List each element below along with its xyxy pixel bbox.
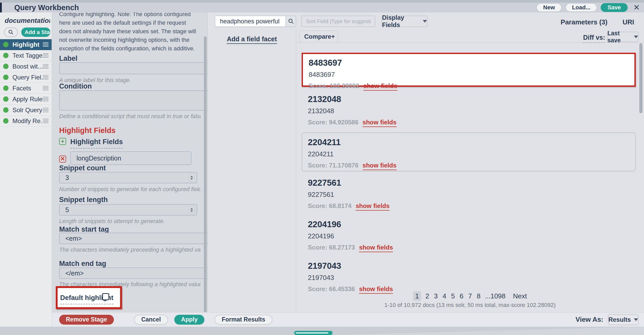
match-start-input[interactable] [59,233,207,244]
condition-heading: Condition [59,82,197,90]
page-number[interactable]: 4 [442,292,447,300]
highlight-fields-add-row: + Highlight Fields [59,138,197,149]
query-workbench-app: Query Workbench New Load... Save ✕ docum… [0,0,644,335]
new-button[interactable]: New [536,3,562,12]
page-number-last[interactable]: ...1098 [485,292,506,300]
diff-vs-label[interactable]: Diff vs: [583,34,605,43]
stage-item-boost[interactable]: Boost wit... [0,61,52,72]
match-start-hint: The characters immediately preceeding a … [59,246,200,253]
stepper-icon[interactable] [189,174,195,182]
view-as-label: View As: [576,316,603,324]
page-number[interactable]: 8 [476,292,481,300]
compare-tab[interactable]: Compare + [299,31,338,43]
page-number[interactable]: 5 [451,292,455,300]
doc-id: 9227561 [308,178,636,188]
page-number[interactable]: 6 [459,292,464,300]
view-as-dropdown[interactable]: Results [608,314,639,325]
drag-handle-icon[interactable] [43,119,49,123]
add-field-facet-link[interactable]: Add a field facet [227,35,277,44]
next-page-link[interactable]: Next [513,292,527,300]
stage-label: Apply Rules [12,96,43,103]
stage-item-solr-query[interactable]: Solr Query [0,105,52,116]
query-links: Parameters (3) URI [561,18,634,26]
label-heading: Label [59,55,197,63]
uri-link[interactable]: URI [622,18,634,26]
show-fields-link[interactable]: show fields [363,162,397,170]
close-icon[interactable]: ✕ [633,4,640,11]
highlight-fields-add-label[interactable]: Highlight Fields [70,138,123,149]
default-highlight-checkbox[interactable] [102,293,109,300]
sort-field-input[interactable] [301,16,375,27]
snippet-length-field [59,204,197,216]
stage-item-highlight[interactable]: Highlight [0,39,52,50]
parameters-link[interactable]: Parameters (3) [561,18,608,26]
apply-button[interactable]: Apply [174,315,204,325]
save-button[interactable]: Save [601,3,627,12]
cancel-button[interactable]: Cancel [134,315,168,325]
stage-label: Highlight [12,41,43,48]
snippet-count-input[interactable] [59,172,197,183]
results-scrollbar-thumb[interactable] [639,43,642,113]
stage-item-text-tagger[interactable]: Text Tagger [0,50,52,61]
stage-item-apply-rules[interactable]: Apply Rules [0,94,52,105]
stage-form-footer: Remove Stage Cancel Apply [52,312,207,327]
drag-handle-icon[interactable] [43,42,49,47]
stage-status-dot [3,64,9,69]
drag-handle-icon[interactable] [43,97,49,101]
video-progress-bar [294,331,333,335]
search-icon [288,18,294,24]
doc-score: Score: 102.28092 [309,82,359,90]
page-number[interactable]: 3 [434,292,438,300]
label-input[interactable] [59,62,207,74]
show-fields-link[interactable]: show fields [359,244,393,252]
page-number-current[interactable]: 1 [413,291,421,301]
stage-item-modify-response[interactable]: Modify Re... [0,116,52,126]
remove-stage-button[interactable]: Remove Stage [59,315,114,325]
condition-hint: Define a conditional script that must re… [59,113,200,120]
drag-handle-icon[interactable] [43,86,49,90]
stage-search-button[interactable] [4,28,18,37]
drag-handle-icon[interactable] [43,53,49,58]
result-doc-highlighted: 8483697 8483697 Score: 102.28092show fie… [302,53,636,87]
show-fields-link[interactable]: show fields [363,119,397,127]
page-number[interactable]: 2 [425,292,430,300]
window-edge-strip [0,3,2,12]
load-button[interactable]: Load... [565,3,597,12]
form-scrollbar-thumb[interactable] [204,36,207,312]
drag-handle-icon[interactable] [43,64,49,69]
show-fields-link[interactable]: show fields [356,202,390,211]
highlight-field-row: ✕ [59,151,197,165]
display-fields-button[interactable]: Display Fields [382,16,427,27]
compare-add-icon[interactable]: + [331,33,335,40]
doc-id: 8483697 [309,58,629,68]
result-doc: 9227561 9227561 Score: 68.8174show field… [302,178,636,211]
stage-label: Facets [12,85,43,92]
search-icon [8,29,14,35]
diff-target-dropdown[interactable]: Last save [607,32,639,42]
stage-status-dot [3,96,9,102]
stage-item-facets[interactable]: Facets [0,83,52,94]
match-end-input[interactable] [59,267,207,279]
page-number[interactable]: 7 [468,292,473,300]
stage-item-query-fields[interactable]: Query Fiel... [0,72,52,83]
condition-textarea[interactable] [59,90,207,111]
search-button[interactable] [286,16,296,27]
show-fields-link[interactable]: show fields [363,82,397,91]
result-doc: 2132048 2132048 Score: 94.920586show fie… [302,94,636,127]
drag-handle-icon[interactable] [43,108,49,112]
view-mode-value: Results [608,316,631,323]
add-field-icon[interactable]: + [59,138,66,145]
format-results-button[interactable]: Format Results [214,315,272,325]
query-input[interactable] [215,16,286,27]
stage-label: Boost wit... [12,63,43,70]
highlight-field-input[interactable] [70,151,191,165]
results-footer: Format Results View As: Results [207,312,644,327]
stage-status-dot [3,42,9,47]
snippet-length-input[interactable] [59,204,197,216]
add-stage-button[interactable]: Add a Stage [21,28,50,37]
snippet-count-heading: Snippet count [59,164,197,172]
match-start-heading: Match start tag [59,225,197,233]
stepper-icon[interactable] [189,206,195,214]
remove-field-icon[interactable]: ✕ [59,156,66,163]
drag-handle-icon[interactable] [43,75,49,79]
